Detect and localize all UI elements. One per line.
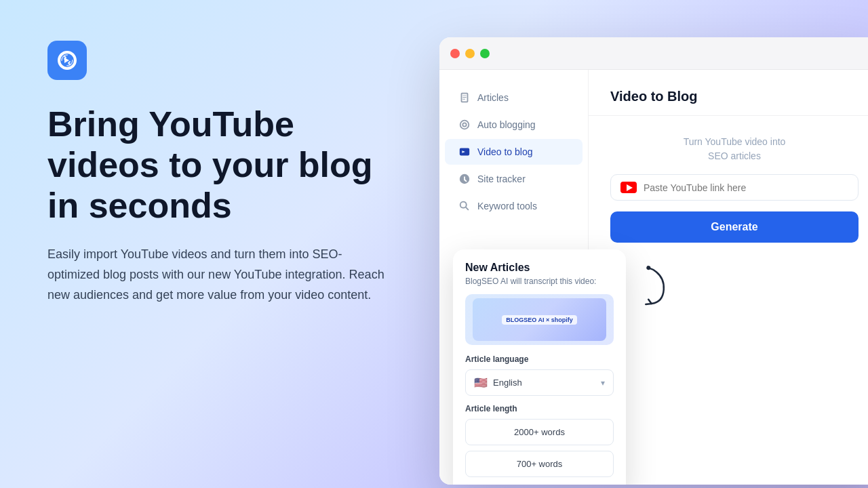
thumbnail-inner: BLOGSEO AI × shopify: [473, 298, 606, 342]
youtube-icon: [620, 182, 637, 193]
left-section: Bring YouTube videos to your blog in sec…: [0, 0, 434, 488]
article-length-label: Article length: [465, 404, 614, 413]
close-button[interactable]: [450, 49, 460, 58]
articles-icon: [458, 92, 471, 104]
browser-window: Articles Auto blogging Video to blog Sit…: [439, 37, 868, 485]
youtube-input-wrapper[interactable]: [610, 174, 859, 201]
sidebar-label-auto-blogging: Auto blogging: [477, 119, 536, 130]
maximize-button[interactable]: [480, 49, 490, 58]
minimize-button[interactable]: [465, 49, 475, 58]
headline: Bring YouTube videos to your blog in sec…: [47, 104, 393, 226]
main-body: Turn YouTube video into SEO articles Gen…: [589, 116, 868, 485]
sidebar-item-site-tracker[interactable]: Site tracker: [445, 166, 583, 192]
auto-blogging-icon: [458, 119, 471, 131]
title-bar: [439, 37, 868, 70]
main-panel: Video to Blog Turn YouTube video into SE…: [589, 70, 868, 485]
flag-icon: 🇺🇸: [474, 376, 488, 389]
page-title: Video to Blog: [610, 89, 859, 104]
app-logo: [47, 41, 87, 80]
sidebar-label-keyword-tools: Keyword tools: [477, 201, 537, 211]
video-blog-icon: [458, 146, 471, 158]
site-tracker-icon: [458, 173, 471, 185]
sidebar-item-auto-blogging[interactable]: Auto blogging: [445, 112, 583, 138]
youtube-input[interactable]: [644, 182, 848, 193]
language-selector[interactable]: 🇺🇸 English ▾: [465, 369, 614, 396]
card-title: New Articles: [465, 262, 614, 274]
card-thumbnail: BLOGSEO AI × shopify: [465, 294, 614, 345]
sidebar-label-site-tracker: Site tracker: [477, 174, 526, 184]
length-2000-button[interactable]: 2000+ words: [465, 419, 614, 445]
subtitle-text: Turn YouTube video into SEO articles: [610, 135, 859, 163]
length-700-button[interactable]: 700+ words: [465, 451, 614, 477]
card-subtitle: BlogSEO AI will transcript this video:: [465, 277, 614, 286]
sidebar-label-articles: Articles: [477, 92, 509, 103]
sidebar-item-keyword-tools[interactable]: Keyword tools: [445, 193, 583, 219]
app-content: Articles Auto blogging Video to blog Sit…: [439, 70, 868, 485]
sidebar-label-video-blog: Video to blog: [477, 146, 532, 157]
keyword-tools-icon: [458, 200, 471, 212]
new-articles-card: New Articles BlogSEO AI will transcript …: [453, 249, 626, 485]
window-controls: [450, 49, 490, 58]
logo-icon: [55, 48, 79, 73]
generate-button[interactable]: Generate: [610, 211, 859, 243]
thumbnail-logo: BLOGSEO AI × shopify: [502, 315, 576, 325]
sidebar-item-video-blog[interactable]: Video to blog: [445, 139, 583, 165]
subtext: Easily import YouTube videos and turn th…: [47, 245, 393, 305]
selected-language: English: [493, 378, 522, 388]
language-label: Article language: [465, 354, 614, 364]
sidebar-item-articles[interactable]: Articles: [445, 85, 583, 110]
main-header: Video to Blog: [589, 70, 868, 116]
chevron-down-icon: ▾: [601, 378, 605, 388]
